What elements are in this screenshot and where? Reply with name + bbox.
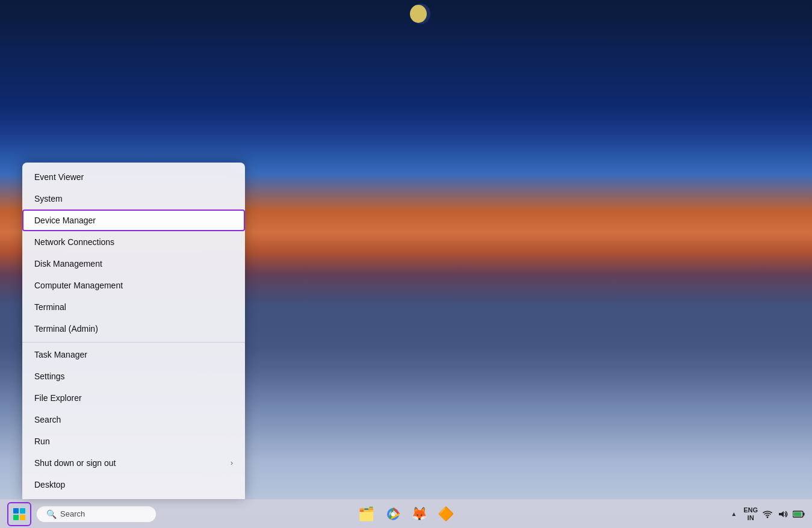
menu-item-computer-management[interactable]: Computer Management	[22, 275, 245, 296]
menu-item-label-desktop: Desktop	[34, 480, 65, 489]
svg-point-3	[391, 512, 395, 516]
svg-marker-5	[779, 511, 784, 517]
menu-item-task-manager[interactable]: Task Manager	[22, 342, 245, 365]
chrome-taskbar-icon[interactable]	[382, 503, 404, 525]
firefox-taskbar-icon[interactable]: 🦊	[409, 503, 430, 525]
menu-item-label-settings: Settings	[34, 371, 65, 381]
menu-item-label-task-manager: Task Manager	[34, 350, 87, 359]
menu-item-network-connections[interactable]: Network Connections	[22, 231, 245, 253]
menu-item-disk-management[interactable]: Disk Management	[22, 253, 245, 275]
menu-item-label-terminal-admin: Terminal (Admin)	[34, 324, 98, 334]
menu-item-label-search: Search	[34, 415, 61, 424]
menu-item-label-run: Run	[34, 436, 50, 446]
menu-item-settings[interactable]: Settings	[22, 365, 245, 387]
tray-expand-button[interactable]: ▲	[728, 506, 740, 523]
taskbar-left: 🔍 Search	[7, 502, 157, 526]
language-region: IN	[748, 514, 754, 521]
menu-item-search[interactable]: Search	[22, 409, 245, 430]
svg-point-4	[767, 516, 769, 518]
wifi-icon	[763, 510, 772, 518]
taskbar: 🔍 Search 🗂️ 🦊 🔶	[0, 499, 812, 528]
windows-logo-icon	[13, 508, 25, 520]
moon-decoration	[410, 5, 427, 23]
menu-item-label-computer-management: Computer Management	[34, 281, 123, 290]
svg-rect-7	[803, 512, 805, 515]
menu-item-run[interactable]: Run	[22, 430, 245, 452]
battery-tray-icon[interactable]	[793, 506, 805, 523]
search-label: Search	[60, 509, 85, 518]
menu-item-label-device-manager: Device Manager	[34, 216, 96, 225]
menu-item-system[interactable]: System	[22, 188, 245, 210]
menu-item-arrow-shut-down: ›	[231, 459, 233, 467]
menu-item-device-manager[interactable]: Device Manager	[22, 210, 245, 231]
start-button[interactable]	[7, 502, 31, 526]
menu-item-terminal[interactable]: Terminal	[22, 296, 245, 318]
menu-item-label-terminal: Terminal	[34, 302, 66, 312]
menu-item-label-disk-management: Disk Management	[34, 259, 102, 269]
menu-item-label-system: System	[34, 194, 63, 203]
context-menu: Event ViewerSystemDevice ManagerNetwork …	[22, 163, 245, 499]
file-explorer-taskbar-icon[interactable]: 🗂️	[356, 503, 377, 525]
volume-tray-icon[interactable]	[777, 506, 789, 523]
menu-item-label-network-connections: Network Connections	[34, 237, 114, 247]
taskbar-search[interactable]: 🔍 Search	[36, 506, 157, 523]
menu-item-label-shut-down: Shut down or sign out	[34, 458, 116, 468]
svg-rect-8	[794, 512, 802, 516]
taskbar-center-icons: 🗂️ 🦊 🔶	[356, 503, 457, 525]
menu-item-event-viewer[interactable]: Event Viewer	[22, 166, 245, 188]
wifi-tray-icon[interactable]	[761, 506, 773, 523]
search-icon: 🔍	[46, 509, 57, 519]
menu-item-label-event-viewer: Event Viewer	[34, 172, 84, 182]
language-indicator[interactable]: ENG IN	[743, 506, 758, 521]
volume-icon	[778, 510, 788, 518]
menu-item-desktop[interactable]: Desktop	[22, 474, 245, 495]
menu-item-shut-down[interactable]: Shut down or sign out›	[22, 452, 245, 474]
battery-icon	[793, 511, 805, 518]
system-tray: ▲ ENG IN	[728, 506, 805, 523]
language-name: ENG	[743, 506, 758, 514]
menu-item-terminal-admin[interactable]: Terminal (Admin)	[22, 318, 245, 340]
chrome-icon	[386, 507, 400, 521]
vlc-taskbar-icon[interactable]: 🔶	[435, 503, 457, 525]
menu-item-label-file-explorer: File Explorer	[34, 393, 82, 403]
menu-item-file-explorer[interactable]: File Explorer	[22, 387, 245, 409]
